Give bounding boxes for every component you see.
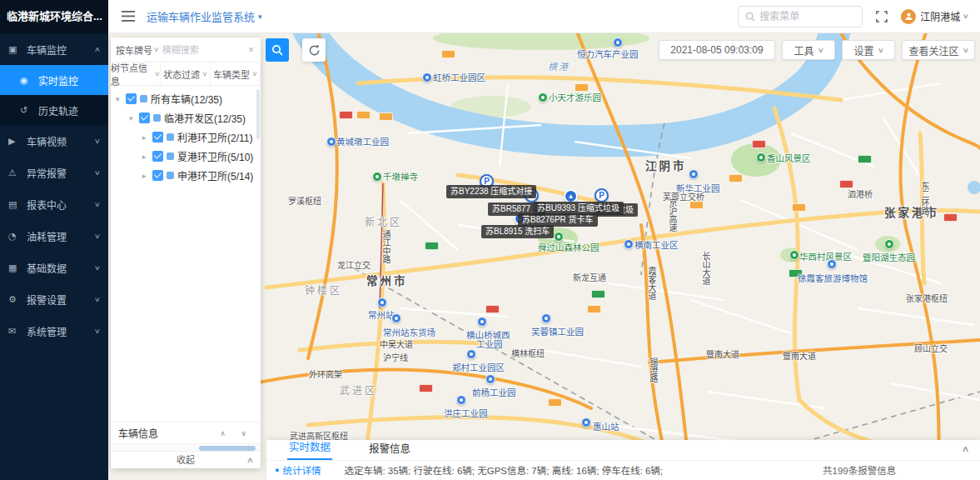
map-label: 张家港枢纽 — [906, 290, 948, 305]
stats-title[interactable]: 统计详情 — [282, 463, 321, 477]
tree-expander-icon[interactable]: ▸ — [142, 133, 152, 142]
sidebar-item-abnormal-alarm[interactable]: ⚠ 异常报警 ∨ — [0, 157, 108, 188]
settings-dropdown[interactable]: 设置∨ — [842, 40, 895, 60]
vehicle-panel: 按车牌号 ∨ × 树节点信息∨ 状态过滤∨ 车辆类型∨ ▾ — [111, 38, 261, 468]
tree-expander-icon[interactable]: ▸ — [142, 152, 152, 161]
map-label: 东二环路 — [917, 182, 932, 215]
tree-node-xiagang[interactable]: ▸ 夏港环卫所(5/10) — [111, 147, 261, 166]
clear-icon[interactable]: × — [246, 44, 256, 56]
system-title[interactable]: 运输车辆作业监管系统 — [147, 8, 255, 24]
checkbox-checked-icon[interactable] — [152, 170, 163, 181]
hamburger-icon[interactable] — [122, 11, 135, 22]
filter-row: 树节点信息∨ 状态过滤∨ 车辆类型∨ — [111, 62, 261, 86]
map-label: 横南工业区 — [634, 237, 679, 252]
search-icon — [271, 44, 283, 56]
app-title: 临港新城环境综合... — [0, 0, 108, 33]
road-badge-icon — [729, 174, 743, 182]
chevron-down-icon: ∨ — [962, 47, 968, 54]
sidebar-item-vehicle-monitor[interactable]: ▣ 车辆监控 ∧ — [0, 33, 108, 65]
poi-marker — [884, 239, 894, 249]
vehicle-search-input[interactable] — [162, 45, 246, 55]
tree-node-lingang-zone[interactable]: ▾ 临港开发区(12/35) — [111, 108, 261, 128]
user-icon — [904, 12, 913, 21]
checkbox-checked-icon[interactable] — [152, 151, 163, 162]
menu-icon: ⚙ — [8, 294, 22, 305]
sidebar-item-fuel-management[interactable]: ◔ 油耗管理 ∨ — [0, 220, 108, 252]
scrollbar-thumb[interactable] — [199, 446, 256, 451]
filter-status[interactable]: 状态过滤∨ — [161, 62, 211, 85]
chevron-icon: ∨ — [94, 169, 101, 177]
bottom-data-panel: 实时数据报警信息 ∧ ● 统计详情 选定车辆: 35辆; 行驶在线: 6辆; 无… — [266, 440, 980, 480]
search-type-select[interactable]: 按车牌号 — [116, 43, 152, 57]
horizontal-scrollbar[interactable] — [111, 443, 261, 451]
map-label: 罗溪枢纽 — [288, 192, 321, 208]
map-label: 郑村工业园区 — [452, 359, 505, 374]
tree-expander-icon[interactable]: ▾ — [116, 95, 126, 103]
road-badge-icon — [485, 305, 500, 313]
road-badge-icon — [858, 155, 872, 163]
map-label: 泗港桥 — [848, 186, 873, 201]
sidebar-item-system-management[interactable]: ✉ 系统管理 ∨ — [0, 315, 108, 347]
tree-node-all-vehicles[interactable]: ▾ 所有车辆(12/35) — [111, 89, 261, 108]
sidebar-item-realtime-monitor[interactable]: ◉ 实时监控 — [0, 65, 108, 95]
map-canvas[interactable]: 常州市江阴市张家港市钟楼区新北区武进区横港虹桥工业园区小天才游乐园恒力汽车产业园… — [108, 33, 980, 480]
road-badge-icon — [591, 290, 605, 298]
vehicle-plate-tag[interactable]: 苏BL8915 洗扫车 — [481, 225, 554, 238]
menu-icon: ▣ — [8, 44, 22, 55]
chevron-down-icon: ∨ — [817, 47, 823, 54]
refresh-icon — [308, 44, 321, 57]
map-label: 徐霞客旅游博物馆 — [798, 270, 868, 285]
sidebar-item-report-center[interactable]: ▤ 报表中心 ∨ — [0, 188, 108, 220]
sidebar-item-base-data[interactable]: ▦ 基础数据 ∨ — [0, 252, 108, 283]
map-label: 黄城墩工业园 — [336, 133, 389, 148]
sidebar-item-label: 报警设置 — [27, 292, 95, 307]
map-label: 千墩禅寺 — [383, 168, 418, 183]
app-window: 临港新城环境综合... ▣ 车辆监控 ∧ ◉ 实时监控 ↺ 历史轨迹 ▶ 车辆视… — [0, 0, 980, 480]
org-icon — [167, 172, 174, 179]
vehicle-info-header[interactable]: 车辆信息 ∧ ∨ — [111, 422, 261, 443]
checkbox-checked-icon[interactable] — [152, 132, 163, 142]
stats-row: ● 统计详情 选定车辆: 35辆; 行驶在线: 6辆; 无GPS信息: 7辆; … — [266, 461, 980, 479]
road-badge-icon — [792, 203, 806, 212]
chevron-icon: ∨ — [94, 138, 101, 145]
sidebar-item-alarm-settings[interactable]: ⚙ 报警设置 ∨ — [0, 283, 108, 315]
sidebar-item-vehicle-video[interactable]: ▶ 车辆视频 ∨ — [0, 125, 108, 157]
sidebar-item-history-track[interactable]: ↺ 历史轨迹 — [0, 95, 108, 125]
filter-vehicle-type[interactable]: 车辆类型∨ — [211, 62, 261, 85]
road-badge-icon — [548, 398, 562, 407]
parking-marker[interactable]: P — [594, 188, 609, 202]
tree-node-ligang[interactable]: ▸ 利港环卫所(2/11) — [111, 128, 261, 147]
vertical-scrollbar[interactable] — [256, 89, 260, 139]
map-label: 长山大道 — [698, 252, 713, 285]
vehicle-search-button[interactable] — [266, 38, 289, 62]
tree-expander-icon[interactable]: ▾ — [129, 114, 139, 122]
chevron-icon: ∨ — [94, 264, 101, 272]
avatar[interactable] — [901, 9, 916, 24]
tab-alarm-info[interactable]: 报警信息 — [367, 437, 412, 460]
poi-marker — [477, 317, 487, 327]
chevron-icon: ∨ — [94, 328, 101, 335]
panel-collapse-button[interactable]: 收起 ∧ — [111, 451, 261, 468]
map-label: 恒力汽车产业园 — [577, 46, 639, 61]
tree-expander-icon[interactable]: ▸ — [142, 172, 152, 180]
fullscreen-icon[interactable] — [876, 11, 888, 22]
menu-search-input[interactable] — [759, 11, 851, 22]
sidebar-item-label: 系统管理 — [27, 324, 95, 338]
map-label: 新龙互通 — [573, 269, 606, 284]
tab-realtime-data[interactable]: 实时数据 — [287, 435, 332, 460]
vehicle-plate-tag[interactable]: 苏BY2238 压缩式对接 — [446, 185, 536, 198]
chevron-down-icon: ∨ — [251, 70, 258, 78]
checkbox-checked-icon[interactable] — [126, 93, 137, 104]
map-label: 新北区 — [365, 214, 402, 229]
tools-dropdown[interactable]: 工具∨ — [782, 40, 835, 60]
up-down-arrows-icon[interactable]: ∧ ∨ — [220, 429, 253, 438]
road-badge-icon — [441, 50, 455, 58]
filter-tree-node-info[interactable]: 树节点信息∨ — [111, 62, 161, 85]
watch-area-dropdown[interactable]: 查看关注区∨ — [902, 40, 975, 60]
checkbox-checked-icon[interactable] — [139, 112, 150, 123]
tree-node-shengang[interactable]: ▸ 申港环卫所(5/14) — [111, 166, 261, 185]
panel-collapse-icon[interactable]: ∧ — [961, 444, 969, 453]
menu-search-box[interactable] — [738, 6, 863, 28]
refresh-button[interactable] — [302, 38, 326, 62]
user-name[interactable]: 江阴港城 — [920, 9, 960, 23]
